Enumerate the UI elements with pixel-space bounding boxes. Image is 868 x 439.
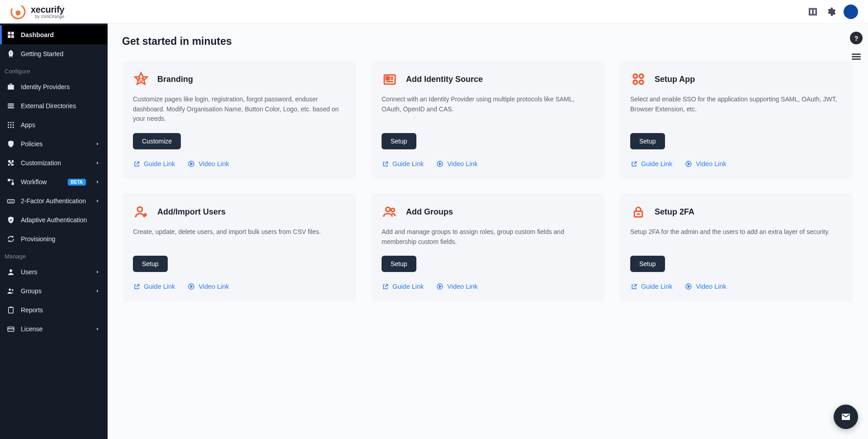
guide-link[interactable]: Guide Link <box>630 283 672 290</box>
svg-rect-8 <box>8 104 14 105</box>
chevron-right-icon <box>94 325 101 333</box>
card-branding: Branding Customize pages like login, reg… <box>122 61 356 179</box>
svg-point-26 <box>12 289 14 291</box>
video-link[interactable]: Video Link <box>685 283 726 290</box>
svg-rect-32 <box>852 56 861 57</box>
avatar[interactable] <box>844 5 858 19</box>
svg-rect-27 <box>9 307 14 313</box>
sidebar-item-label: External Directories <box>21 102 76 110</box>
external-link-icon <box>133 160 140 167</box>
customize-button[interactable]: Customize <box>133 133 181 149</box>
sidebar-item-adaptive-auth[interactable]: Adaptive Authentication <box>0 210 108 229</box>
play-circle-icon <box>436 160 443 167</box>
card-setup-2fa: Setup 2FA Setup 2FA for the admin and th… <box>619 194 854 302</box>
svg-point-19 <box>13 127 14 128</box>
video-link[interactable]: Video Link <box>436 160 477 167</box>
logo[interactable]: xecurify by miniOrange <box>10 4 64 20</box>
chevron-right-icon <box>94 140 101 148</box>
play-circle-icon <box>436 283 443 290</box>
setup-button[interactable]: Setup <box>630 256 665 272</box>
svg-rect-7 <box>8 85 14 89</box>
guide-link[interactable]: Guide Link <box>133 283 175 290</box>
svg-point-34 <box>139 78 140 79</box>
password-icon: 123 <box>6 196 15 205</box>
sidebar-item-label: Customization <box>21 159 61 167</box>
play-circle-icon <box>685 160 692 167</box>
video-link[interactable]: Video Link <box>188 160 229 167</box>
sidebar-item-license[interactable]: License <box>0 320 108 339</box>
sidebar-item-groups[interactable]: Groups <box>0 282 108 301</box>
svg-point-18 <box>10 127 12 128</box>
svg-rect-4 <box>11 32 14 34</box>
sidebar-item-label: Policies <box>21 140 42 148</box>
card-desc: Customize pages like login, registration… <box>133 95 345 124</box>
docs-icon[interactable] <box>807 6 818 17</box>
star-icon <box>133 71 149 87</box>
sidebar-item-external-directories[interactable]: External Directories <box>0 96 108 115</box>
video-link[interactable]: Video Link <box>188 283 229 290</box>
help-icon[interactable]: ? <box>850 32 863 44</box>
setup-button[interactable]: Setup <box>630 133 665 149</box>
sidebar-item-policies[interactable]: Policies <box>0 134 108 153</box>
svg-point-44 <box>639 74 643 78</box>
setup-button[interactable]: Setup <box>133 256 168 272</box>
video-link[interactable]: Video Link <box>685 160 726 167</box>
card-title: Add Identity Source <box>406 75 483 84</box>
svg-point-24 <box>9 269 12 272</box>
svg-point-43 <box>633 74 637 78</box>
sidebar-section-configure: Configure <box>0 63 108 77</box>
guide-link[interactable]: Guide Link <box>382 283 424 290</box>
logo-icon <box>10 4 26 20</box>
main-content: ? Get started in minutes Branding Custom… <box>108 24 868 439</box>
workflow-icon <box>6 177 15 186</box>
sidebar-item-customization[interactable]: Customization <box>0 153 108 172</box>
id-card-icon <box>382 71 398 87</box>
sidebar-item-getting-started[interactable]: Getting Started <box>0 44 108 63</box>
sidebar-item-reports[interactable]: Reports <box>0 301 108 320</box>
svg-rect-28 <box>10 307 12 308</box>
sidebar-item-provisioning[interactable]: Provisioning <box>0 229 108 248</box>
sidebar-item-label: Getting Started <box>21 50 63 57</box>
svg-point-13 <box>13 122 14 123</box>
svg-rect-31 <box>852 54 861 55</box>
card-desc: Setup 2FA for the admin and the users to… <box>630 227 843 247</box>
card-title: Branding <box>157 75 193 84</box>
svg-rect-6 <box>11 35 14 38</box>
setup-button[interactable]: Setup <box>382 133 416 149</box>
page-title: Get started in minutes <box>122 35 854 48</box>
sidebar-item-users[interactable]: Users <box>0 262 108 282</box>
sidebar-item-workflow[interactable]: Workflow BETA <box>0 172 108 191</box>
logo-name: xecurify <box>31 5 64 15</box>
svg-rect-2 <box>18 10 19 13</box>
user-icon <box>6 267 15 277</box>
svg-point-53 <box>391 208 394 211</box>
external-link-icon <box>382 160 389 167</box>
sidebar-item-label: Reports <box>21 306 43 314</box>
sidebar-item-apps[interactable]: Apps <box>0 115 108 134</box>
setup-button[interactable]: Setup <box>382 256 416 272</box>
guide-link[interactable]: Guide Link <box>133 160 175 167</box>
svg-point-17 <box>8 127 9 128</box>
mail-fab[interactable] <box>834 405 858 429</box>
video-link[interactable]: Video Link <box>436 283 477 290</box>
svg-point-15 <box>10 124 12 126</box>
external-link-icon <box>630 283 637 290</box>
card-add-groups: Add Groups Add and manage groups to assi… <box>371 194 605 302</box>
svg-point-45 <box>633 80 637 84</box>
users-icon <box>382 204 398 220</box>
guide-link[interactable]: Guide Link <box>630 160 672 167</box>
svg-rect-38 <box>386 77 389 80</box>
card-add-users: Add/Import Users Create, update, delete … <box>122 194 356 302</box>
sidebar-item-2fa[interactable]: 123 2-Factor Authentication <box>0 191 108 210</box>
sidebar-section-manage: Manage <box>0 248 108 262</box>
gear-icon[interactable] <box>826 6 836 17</box>
sidebar-item-identity-providers[interactable]: Identity Providers <box>0 77 108 96</box>
svg-point-35 <box>142 78 143 79</box>
sidebar-item-label: Provisioning <box>21 235 55 243</box>
sidebar-item-label: Apps <box>21 121 35 129</box>
cards-grid: Branding Customize pages like login, reg… <box>122 61 854 302</box>
sidebar-item-dashboard[interactable]: Dashboard <box>0 25 108 44</box>
guide-link[interactable]: Guide Link <box>382 160 424 167</box>
menu-icon[interactable] <box>850 51 862 64</box>
svg-point-46 <box>639 80 643 84</box>
